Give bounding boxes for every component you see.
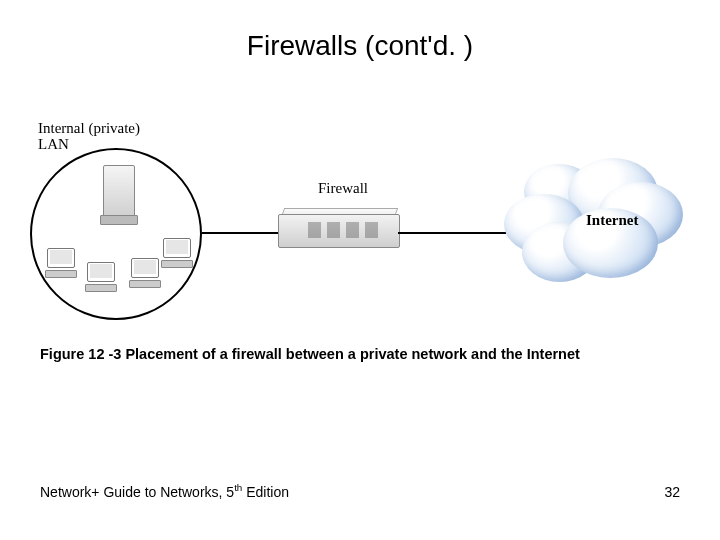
lan-label-line1: Internal (private) xyxy=(38,120,140,137)
workstation-icon xyxy=(44,248,78,278)
internet-label: Internet xyxy=(586,212,639,229)
network-diagram: Internal (private) LAN Firewall Internet xyxy=(30,120,690,320)
workstation-icon xyxy=(160,238,194,268)
slide-title: Firewalls (cont'd. ) xyxy=(0,30,720,62)
lan-label-line2: LAN xyxy=(38,136,69,153)
workstation-icon xyxy=(128,258,162,288)
link-lan-to-firewall xyxy=(202,232,278,234)
internet-cloud-icon xyxy=(498,154,688,304)
firewall-label: Firewall xyxy=(318,180,368,197)
page-number: 32 xyxy=(664,484,680,500)
workstation-icon xyxy=(84,262,118,292)
footer-book-title: Network+ Guide to Networks, 5th Edition xyxy=(40,482,289,500)
server-icon xyxy=(100,165,136,225)
figure-caption: Figure 12 -3 Placement of a firewall bet… xyxy=(40,346,680,362)
footer-edition-word: Edition xyxy=(242,484,289,500)
firewall-icon xyxy=(278,208,398,256)
footer-book-prefix: Network+ Guide to Networks, 5 xyxy=(40,484,234,500)
link-firewall-to-internet xyxy=(398,232,506,234)
